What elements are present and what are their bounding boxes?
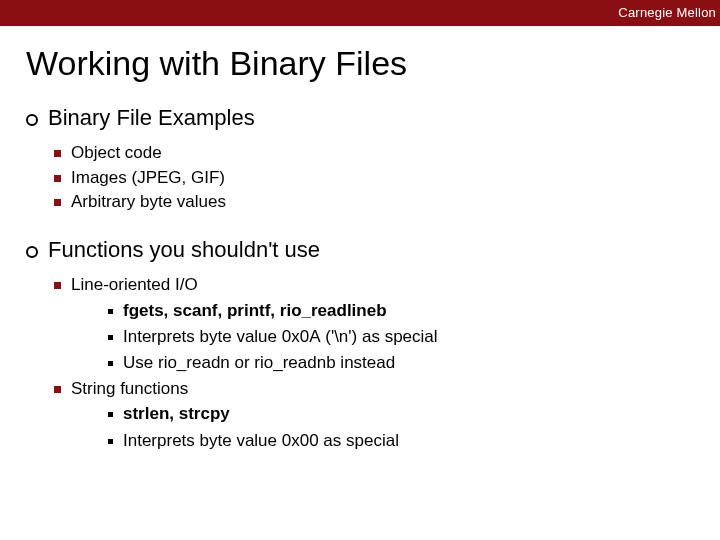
small-square-bullet-icon	[108, 309, 113, 314]
text-fragment: Interprets byte value	[123, 327, 282, 346]
section-functions-avoid: Functions you shouldn't use Line-oriente…	[26, 237, 694, 454]
section-heading: Functions you shouldn't use	[26, 237, 694, 263]
list-item: Object code	[54, 141, 694, 166]
square-bullet-icon	[54, 175, 61, 182]
list-item: Line-oriented I/O	[54, 273, 694, 298]
list-item-text: Images (JPEG, GIF)	[71, 166, 225, 191]
list-item-text: strlen, strcpy	[123, 401, 230, 427]
list-item: Arbitrary byte values	[54, 190, 694, 215]
list-item-text: fgets, scanf, printf, rio_readlineb	[123, 298, 387, 324]
list-item: strlen, strcpy	[108, 401, 694, 427]
list-item: fgets, scanf, printf, rio_readlineb	[108, 298, 694, 324]
list-item-text: Interprets byte value 0x0A ('\n') as spe…	[123, 324, 438, 350]
header-bar: Carnegie Mellon	[0, 0, 720, 26]
ring-bullet-icon	[26, 114, 38, 126]
text-fragment: instead	[336, 353, 396, 372]
list-item-text: String functions	[71, 377, 188, 402]
list-item-text: Line-oriented I/O	[71, 273, 198, 298]
section-heading: Binary File Examples	[26, 105, 694, 131]
list-level1: Object code Images (JPEG, GIF) Arbitrary…	[54, 141, 694, 215]
section-binary-examples: Binary File Examples Object code Images …	[26, 105, 694, 215]
list-item: Use rio_readn or rio_readnb instead	[108, 350, 694, 376]
small-square-bullet-icon	[108, 335, 113, 340]
list-level2: fgets, scanf, printf, rio_readlineb Inte…	[108, 298, 694, 377]
code-fragment: rio_readn	[158, 353, 230, 372]
small-square-bullet-icon	[108, 439, 113, 444]
text-fragment: ('\n') as special	[321, 327, 438, 346]
text-fragment: as special	[319, 431, 399, 450]
section-heading-text: Binary File Examples	[48, 105, 255, 131]
list-level1: Line-oriented I/O fgets, scanf, printf, …	[54, 273, 694, 454]
list-item-text: Interprets byte value 0x00 as special	[123, 428, 399, 454]
square-bullet-icon	[54, 386, 61, 393]
code-fragment: 0x00	[282, 431, 319, 450]
slide-body: Working with Binary Files Binary File Ex…	[0, 26, 720, 454]
square-bullet-icon	[54, 282, 61, 289]
list-item-text: Arbitrary byte values	[71, 190, 226, 215]
section-heading-text: Functions you shouldn't use	[48, 237, 320, 263]
text-fragment: Use	[123, 353, 158, 372]
square-bullet-icon	[54, 199, 61, 206]
list-level2: strlen, strcpy Interprets byte value 0x0…	[108, 401, 694, 454]
code-fragment: rio_readnb	[254, 353, 335, 372]
text-fragment: Interprets byte value	[123, 431, 282, 450]
list-item: Interprets byte value 0x00 as special	[108, 428, 694, 454]
square-bullet-icon	[54, 150, 61, 157]
list-item-text: Object code	[71, 141, 162, 166]
small-square-bullet-icon	[108, 412, 113, 417]
slide-title: Working with Binary Files	[26, 44, 694, 83]
list-item: Images (JPEG, GIF)	[54, 166, 694, 191]
brand-text: Carnegie Mellon	[618, 5, 716, 20]
ring-bullet-icon	[26, 246, 38, 258]
small-square-bullet-icon	[108, 361, 113, 366]
list-item-text: Use rio_readn or rio_readnb instead	[123, 350, 395, 376]
list-item: Interprets byte value 0x0A ('\n') as spe…	[108, 324, 694, 350]
code-fragment: 0x0A	[282, 327, 321, 346]
list-item: String functions	[54, 377, 694, 402]
text-fragment: or	[230, 353, 255, 372]
